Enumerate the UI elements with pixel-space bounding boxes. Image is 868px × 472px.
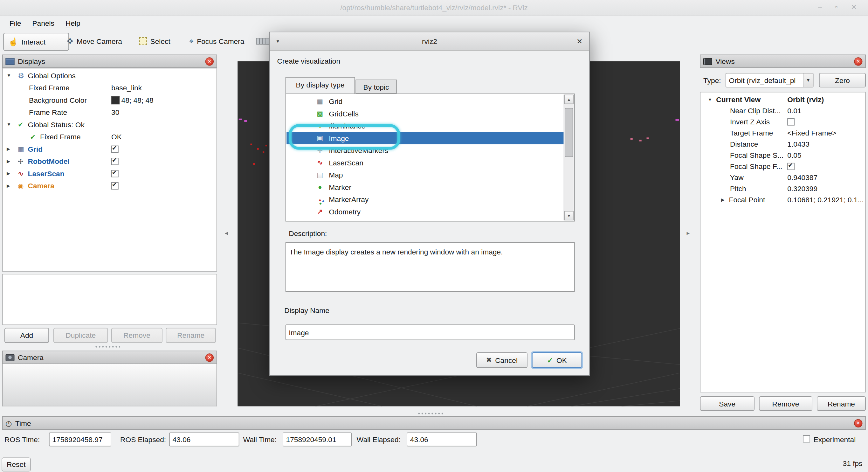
select-tool-button[interactable]: Select xyxy=(135,33,183,50)
list-scrollbar[interactable]: ▲ ▼ xyxy=(564,95,574,221)
dialog-titlebar[interactable]: ▾ rviz2 ✕ xyxy=(270,32,589,51)
tree-row-global-options[interactable]: ▼ Global Options xyxy=(3,70,216,82)
tree-row-background-color[interactable]: Background Color 48; 48; 48 xyxy=(3,94,216,107)
viewport-splitter-handle[interactable] xyxy=(417,413,443,415)
view-value[interactable]: <Fixed Frame> xyxy=(787,129,836,137)
view-value[interactable]: 0.05 xyxy=(787,151,801,159)
tree-row-status-fixed-frame[interactable]: Fixed Frame OK xyxy=(3,131,216,143)
menu-file[interactable]: File xyxy=(6,17,25,29)
view-row-current-view[interactable]: ▼ Current View Orbit (rviz) xyxy=(701,94,865,105)
displays-close-button[interactable]: ✕ xyxy=(206,57,214,65)
view-row-focal-point[interactable]: ▶ Focal Point 0.10681; 0.21921; 0.1... xyxy=(701,194,865,205)
list-item-illuminance[interactable]: Illuminance xyxy=(286,120,564,132)
remove-display-button[interactable]: Remove xyxy=(111,328,162,343)
expand-arrow-icon[interactable]: ▶ xyxy=(7,171,10,176)
view-value[interactable]: 0.01 xyxy=(787,107,801,115)
interact-tool-button[interactable]: ☝ Interact xyxy=(3,33,69,51)
list-item-grid[interactable]: Grid xyxy=(286,95,564,108)
tree-row-global-status[interactable]: ▼ Global Status: Ok xyxy=(3,119,216,131)
scroll-up-icon[interactable]: ▲ xyxy=(564,95,574,104)
view-row-yaw[interactable]: Yaw 0.940387 xyxy=(701,172,865,183)
color-swatch[interactable] xyxy=(111,96,120,104)
camera-enabled-checkbox[interactable] xyxy=(111,182,119,189)
dialog-close-icon[interactable]: ✕ xyxy=(577,37,583,45)
menu-panels[interactable]: Panels xyxy=(28,17,58,29)
view-row-focal-shape-fixed[interactable]: Focal Shape F... xyxy=(701,161,865,172)
time-panel-header[interactable]: ◷ Time ✕ xyxy=(2,416,866,430)
view-row-distance[interactable]: Distance 1.0433 xyxy=(701,139,865,150)
tree-row-fixed-frame[interactable]: Fixed Frame base_link xyxy=(3,82,216,94)
display-name-input[interactable] xyxy=(285,324,575,340)
view-row-pitch[interactable]: Pitch 0.320399 xyxy=(701,183,865,194)
view-row-focal-shape-size[interactable]: Focal Shape S... 0.05 xyxy=(701,150,865,161)
window-controls[interactable]: – ▫ ✕ xyxy=(818,3,863,11)
list-item-markerarray[interactable]: MarkerArray xyxy=(286,193,564,205)
window-menu-icon[interactable]: ▾ xyxy=(277,38,279,44)
tree-value[interactable]: base_link xyxy=(111,84,142,92)
grid-enabled-checkbox[interactable] xyxy=(111,146,119,153)
tab-by-display-type[interactable]: By display type xyxy=(285,77,355,93)
scroll-down-icon[interactable]: ▼ xyxy=(564,211,574,220)
collapse-arrow-icon[interactable]: ▼ xyxy=(708,97,712,102)
focal-shape-fixed-checkbox[interactable] xyxy=(787,163,795,170)
duplicate-display-button[interactable]: Duplicate xyxy=(54,328,108,343)
ros-time-input[interactable] xyxy=(49,433,111,447)
time-close-button[interactable]: ✕ xyxy=(854,419,862,427)
tree-row-frame-rate[interactable]: Frame Rate 30 xyxy=(3,106,216,119)
collapse-arrow-icon[interactable]: ▼ xyxy=(7,122,11,127)
camera-close-button[interactable]: ✕ xyxy=(206,353,214,361)
experimental-checkbox[interactable] xyxy=(803,436,810,443)
window-titlebar[interactable]: /opt/ros/humble/share/turtlebot4_viz/rvi… xyxy=(0,0,868,16)
scrollbar-thumb[interactable] xyxy=(565,108,573,157)
tree-row-camera[interactable]: ▶ Camera xyxy=(3,180,216,192)
move-camera-tool-button[interactable]: ✥ Move Camera xyxy=(62,33,133,50)
list-item-gridcells[interactable]: GridCells xyxy=(286,108,564,120)
expand-arrow-icon[interactable]: ▶ xyxy=(7,159,10,164)
list-item-marker[interactable]: Marker xyxy=(286,181,564,194)
list-item-laserscan[interactable]: LaserScan xyxy=(286,156,564,169)
rename-display-button[interactable]: Rename xyxy=(166,328,216,343)
right-splitter-collapse-arrow[interactable]: ▸ xyxy=(687,229,690,237)
tree-row-robotmodel[interactable]: ▶ RobotModel xyxy=(3,155,216,168)
view-value[interactable]: 1.0433 xyxy=(787,140,809,148)
wall-time-input[interactable] xyxy=(283,433,352,447)
list-item-interactivemarkers[interactable]: InteractiveMarkers xyxy=(286,144,564,156)
panel-splitter-handle[interactable] xyxy=(95,346,121,348)
list-item-odometry[interactable]: Odometry xyxy=(286,205,564,218)
ok-button[interactable]: ✓ OK xyxy=(532,352,582,368)
expand-arrow-icon[interactable]: ▶ xyxy=(7,183,10,188)
list-item-path[interactable]: Path xyxy=(286,217,564,222)
expand-arrow-icon[interactable]: ▶ xyxy=(721,197,724,202)
view-value[interactable]: 0.940387 xyxy=(787,173,817,182)
view-type-dropdown[interactable]: Orbit (rviz_default_pl ▼ xyxy=(725,73,814,87)
list-item-image[interactable]: Image xyxy=(286,132,564,144)
displays-panel-header[interactable]: Displays ✕ xyxy=(2,55,217,68)
cancel-button[interactable]: ✖ Cancel xyxy=(476,352,527,368)
view-row-target-frame[interactable]: Target Frame <Fixed Frame> xyxy=(701,127,865,139)
remove-view-button[interactable]: Remove xyxy=(759,396,812,411)
expand-arrow-icon[interactable]: ▶ xyxy=(7,147,10,152)
tree-value[interactable]: 48; 48; 48 xyxy=(121,96,154,104)
tree-row-laserscan[interactable]: ▶ LaserScan xyxy=(3,168,216,180)
invert-z-checkbox[interactable] xyxy=(787,118,795,126)
ros-elapsed-input[interactable] xyxy=(169,433,240,447)
view-row-near-clip[interactable]: Near Clip Dist... 0.01 xyxy=(701,105,865,116)
rename-view-button[interactable]: Rename xyxy=(817,396,866,411)
reset-button[interactable]: Reset xyxy=(2,458,31,472)
views-close-button[interactable]: ✕ xyxy=(854,57,862,65)
tree-value[interactable]: 30 xyxy=(111,108,119,116)
view-row-invert-z[interactable]: Invert Z Axis xyxy=(701,116,865,127)
view-value[interactable]: 0.320399 xyxy=(787,184,817,193)
add-display-button[interactable]: Add xyxy=(4,328,49,343)
tab-by-topic[interactable]: By topic xyxy=(355,80,397,93)
views-panel-header[interactable]: Views ✕ xyxy=(700,55,866,68)
save-view-button[interactable]: Save xyxy=(700,396,755,411)
menu-help[interactable]: Help xyxy=(62,17,84,29)
tree-row-grid[interactable]: ▶ Grid xyxy=(3,143,216,155)
view-value[interactable]: 0.10681; 0.21921; 0.1... xyxy=(787,196,864,204)
focus-camera-tool-button[interactable]: ⌖ Focus Camera xyxy=(185,33,256,50)
wall-elapsed-input[interactable] xyxy=(407,433,477,447)
laserscan-enabled-checkbox[interactable] xyxy=(111,170,119,177)
camera-panel-header[interactable]: Camera ✕ xyxy=(2,351,217,364)
zero-button[interactable]: Zero xyxy=(819,73,866,87)
